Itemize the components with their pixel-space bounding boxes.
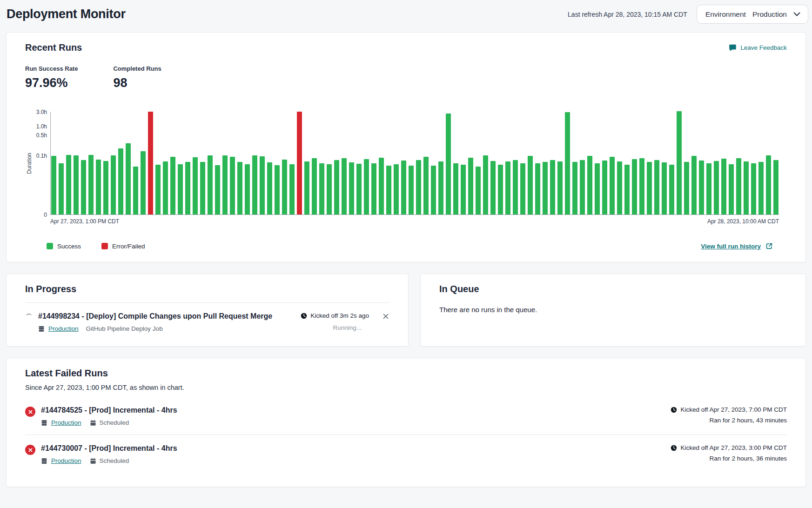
environment-link[interactable]: Production (48, 325, 79, 332)
chart-bar-success[interactable] (684, 162, 689, 214)
chart-bar-success[interactable] (133, 167, 138, 214)
chart-bar-success[interactable] (349, 162, 354, 214)
chart-bar-success[interactable] (208, 155, 213, 214)
chart-bar-success[interactable] (312, 158, 317, 214)
chart-bar-success[interactable] (356, 164, 362, 214)
chart-bar-success[interactable] (81, 160, 86, 214)
chart-bar-success[interactable] (141, 151, 146, 214)
chart-bar-success[interactable] (461, 165, 466, 214)
chart-bar-success[interactable] (587, 156, 592, 214)
chart-bar-success[interactable] (230, 157, 235, 214)
chart-bar-success[interactable] (103, 161, 108, 214)
chart-bar-failed[interactable] (148, 112, 153, 214)
chart-bar-success[interactable] (669, 165, 674, 214)
chart-bar-success[interactable] (505, 161, 510, 214)
chart-bar-success[interactable] (691, 156, 697, 214)
chart-bar-success[interactable] (595, 163, 600, 215)
chart-bar-success[interactable] (483, 155, 488, 214)
chart-bar-success[interactable] (677, 111, 682, 214)
chart-bar-success[interactable] (193, 157, 198, 215)
chart-bar-success[interactable] (647, 162, 652, 214)
chart-bar-success[interactable] (170, 157, 175, 214)
chart-bar-success[interactable] (222, 155, 228, 214)
chart-bar-success[interactable] (245, 164, 250, 214)
chart-bar-success[interactable] (736, 158, 741, 214)
chart-bar-success[interactable] (200, 162, 205, 214)
chart-bar-success[interactable] (401, 160, 406, 214)
chart-bar-success[interactable] (513, 160, 518, 214)
chart-bar-success[interactable] (185, 162, 190, 214)
chart-bar-success[interactable] (662, 162, 667, 214)
leave-feedback-link[interactable]: Leave Feedback (729, 44, 787, 52)
chart-bar-success[interactable] (66, 155, 71, 214)
chart-bar-success[interactable] (327, 164, 332, 214)
environment-link[interactable]: Production (51, 457, 81, 464)
chart-bar-success[interactable] (118, 148, 123, 214)
chart-bar-success[interactable] (639, 158, 644, 214)
view-full-run-history-link[interactable]: View full run history (701, 242, 773, 250)
chart-bar-success[interactable] (260, 156, 265, 214)
chart-bar-success[interactable] (252, 155, 257, 214)
chart-bar-success[interactable] (453, 163, 458, 215)
chart-bar-success[interactable] (282, 160, 287, 214)
chart-bar-success[interactable] (334, 160, 339, 214)
chart-bar-success[interactable] (423, 157, 429, 214)
chart-bar-success[interactable] (751, 163, 756, 215)
chart-bar-success[interactable] (572, 162, 577, 214)
chart-bar-success[interactable] (59, 163, 64, 215)
chart-bar-success[interactable] (744, 161, 749, 214)
chart-bar-success[interactable] (267, 162, 272, 214)
chart-bar-success[interactable] (304, 161, 309, 214)
chart-bar-success[interactable] (632, 159, 637, 214)
chart-bar-success[interactable] (468, 158, 473, 215)
chart-bar-success[interactable] (416, 160, 421, 214)
chart-bar-success[interactable] (446, 114, 451, 214)
environment-dropdown[interactable]: Environment Production (697, 5, 808, 24)
chart-bar-success[interactable] (96, 160, 101, 214)
chart-bar-success[interactable] (535, 163, 540, 215)
chart-bar-success[interactable] (74, 155, 79, 214)
chart-bar-success[interactable] (543, 162, 548, 214)
chart-bar-success[interactable] (163, 161, 168, 214)
chart-bar-success[interactable] (88, 155, 94, 214)
chart-bar-success[interactable] (275, 165, 280, 214)
chart-bar-success[interactable] (528, 156, 533, 214)
chart-bar-success[interactable] (580, 160, 585, 214)
chart-bar-success[interactable] (379, 158, 384, 215)
chart-bar-success[interactable] (773, 160, 778, 214)
chart-bar-success[interactable] (371, 163, 376, 215)
chart-bar-success[interactable] (699, 160, 704, 214)
chart-bar-success[interactable] (520, 163, 525, 215)
chart-bar-success[interactable] (431, 166, 436, 214)
chart-bar-success[interactable] (342, 158, 347, 214)
chart-bar-success[interactable] (706, 163, 711, 215)
chart-bar-success[interactable] (438, 161, 443, 214)
chart-bar-success[interactable] (729, 164, 734, 214)
chart-bar-success[interactable] (758, 162, 764, 214)
chart-bar-success[interactable] (237, 162, 242, 214)
chart-bar-success[interactable] (126, 143, 131, 214)
chart-bar-success[interactable] (565, 112, 570, 214)
chart-bar-success[interactable] (721, 159, 726, 214)
chart-bar-success[interactable] (319, 163, 324, 215)
chart-bar-success[interactable] (155, 165, 161, 214)
chart-bar-success[interactable] (490, 161, 496, 214)
chart-bar-success[interactable] (178, 164, 183, 214)
chart-bar-success[interactable] (215, 165, 220, 214)
chart-bar-success[interactable] (51, 156, 56, 214)
chart-bar-success[interactable] (498, 165, 503, 214)
chart-bar-success[interactable] (289, 164, 295, 214)
chart-bar-success[interactable] (409, 166, 414, 214)
chart-bar-success[interactable] (386, 166, 391, 214)
chart-bar-success[interactable] (654, 160, 659, 214)
chart-bar-success[interactable] (766, 155, 771, 214)
chart-bar-success[interactable] (364, 159, 369, 214)
environment-link[interactable]: Production (51, 419, 81, 426)
close-icon[interactable] (382, 313, 389, 320)
chart-bar-success[interactable] (557, 161, 563, 214)
chart-bar-success[interactable] (394, 164, 399, 214)
chart-bar-success[interactable] (602, 160, 607, 214)
chart-bar-success[interactable] (476, 167, 481, 214)
chart-bar-success[interactable] (617, 161, 622, 214)
chart-bar-success[interactable] (111, 155, 116, 214)
